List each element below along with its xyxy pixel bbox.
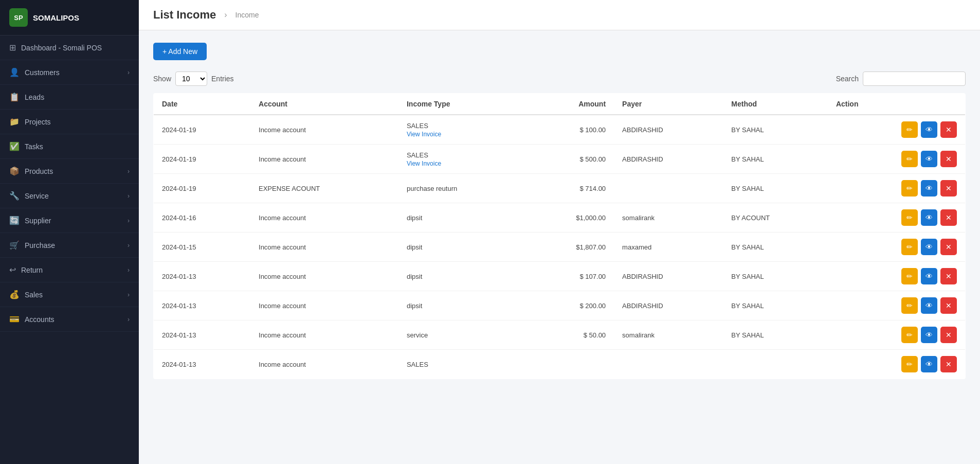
- sidebar-item-projects[interactable]: 📁 Projects: [0, 110, 139, 134]
- view-button-3[interactable]: 👁: [921, 209, 937, 226]
- tasks-icon: ✅: [9, 141, 20, 151]
- sidebar-label-products: Products: [25, 167, 53, 175]
- cell-method-2: BY SAHAL: [723, 174, 828, 203]
- income-type-text-5: dipsit: [407, 273, 518, 280]
- cell-income-type-4: dipsit: [398, 233, 526, 262]
- edit-button-7[interactable]: ✏: [901, 327, 918, 343]
- cell-action-1: ✏ 👁 ✕: [828, 145, 966, 174]
- view-button-0[interactable]: 👁: [921, 121, 937, 138]
- view-button-1[interactable]: 👁: [921, 151, 937, 167]
- edit-button-8[interactable]: ✏: [901, 356, 918, 372]
- cell-date-2: 2024-01-19: [154, 174, 251, 203]
- view-button-2[interactable]: 👁: [921, 180, 937, 197]
- service-icon: 🔧: [9, 191, 20, 201]
- view-invoice-link-0[interactable]: View Invoice: [407, 131, 518, 138]
- cell-amount-5: $ 107.00: [526, 262, 614, 291]
- cell-account-5: Income account: [250, 262, 398, 291]
- table-controls: Show 102550100 Entries Search: [153, 72, 966, 86]
- sidebar-item-service[interactable]: 🔧 Service ›: [0, 184, 139, 208]
- breadcrumb-item: Income: [235, 11, 259, 19]
- view-button-7[interactable]: 👁: [921, 327, 937, 343]
- purchase-icon: 🛒: [9, 240, 20, 250]
- sidebar-label-purchase: Purchase: [25, 241, 55, 249]
- sidebar-item-customers[interactable]: 👤 Customers ›: [0, 60, 139, 85]
- edit-button-2[interactable]: ✏: [901, 180, 918, 197]
- sidebar-item-sales[interactable]: 💰 Sales ›: [0, 282, 139, 307]
- sales-icon: 💰: [9, 290, 20, 299]
- sidebar-item-purchase[interactable]: 🛒 Purchase ›: [0, 233, 139, 258]
- chevron-icon-supplier: ›: [128, 217, 130, 224]
- view-invoice-link-1[interactable]: View Invoice: [407, 160, 518, 167]
- table-row: 2024-01-19 EXPENSE ACOUNT purchase reutu…: [154, 174, 966, 203]
- cell-method-3: BY ACOUNT: [723, 203, 828, 233]
- chevron-icon-customers: ›: [128, 69, 130, 76]
- cell-payer-0: ABDIRASHID: [614, 115, 723, 145]
- view-button-8[interactable]: 👁: [921, 356, 937, 372]
- cell-amount-0: $ 100.00: [526, 115, 614, 145]
- edit-button-3[interactable]: ✏: [901, 209, 918, 226]
- table-body: 2024-01-19 Income account SALES View Inv…: [154, 115, 966, 379]
- cell-payer-5: ABDIRASHID: [614, 262, 723, 291]
- cell-date-7: 2024-01-13: [154, 320, 251, 350]
- entries-select[interactable]: 102550100: [175, 72, 207, 86]
- income-type-text-2: purchase reuturn: [407, 185, 518, 192]
- chevron-icon-purchase: ›: [128, 242, 130, 249]
- breadcrumb-separator: ›: [224, 10, 227, 20]
- edit-button-4[interactable]: ✏: [901, 239, 918, 255]
- delete-button-4[interactable]: ✕: [940, 239, 957, 255]
- delete-button-8[interactable]: ✕: [940, 356, 957, 372]
- sidebar-item-supplier[interactable]: 🔄 Supplier ›: [0, 208, 139, 233]
- cell-payer-1: ABDIRASHID: [614, 145, 723, 174]
- sidebar-item-dashboard[interactable]: ⊞ Dashboard - Somali POS: [0, 35, 139, 60]
- table-header-row: DateAccountIncome TypeAmountPayerMethodA…: [154, 94, 966, 115]
- view-button-4[interactable]: 👁: [921, 239, 937, 255]
- sidebar-item-leads[interactable]: 📋 Leads: [0, 85, 139, 110]
- search-input[interactable]: [863, 72, 966, 86]
- show-entries: Show 102550100 Entries: [153, 72, 234, 86]
- cell-date-4: 2024-01-15: [154, 233, 251, 262]
- edit-button-0[interactable]: ✏: [901, 121, 918, 138]
- cell-action-3: ✏ 👁 ✕: [828, 203, 966, 233]
- view-button-6[interactable]: 👁: [921, 297, 937, 314]
- dashboard-icon: ⊞: [9, 43, 16, 52]
- delete-button-2[interactable]: ✕: [940, 180, 957, 197]
- edit-button-1[interactable]: ✏: [901, 151, 918, 167]
- sidebar-item-tasks[interactable]: ✅ Tasks: [0, 134, 139, 159]
- delete-button-7[interactable]: ✕: [940, 327, 957, 343]
- add-new-button[interactable]: + Add New: [153, 43, 207, 60]
- leads-icon: 📋: [9, 92, 20, 102]
- cell-date-6: 2024-01-13: [154, 291, 251, 320]
- delete-button-3[interactable]: ✕: [940, 209, 957, 226]
- edit-button-6[interactable]: ✏: [901, 297, 918, 314]
- cell-date-0: 2024-01-19: [154, 115, 251, 145]
- sidebar-label-tasks: Tasks: [25, 142, 43, 151]
- sidebar-label-sales: Sales: [25, 291, 43, 299]
- cell-amount-4: $1,807.00: [526, 233, 614, 262]
- view-button-5[interactable]: 👁: [921, 268, 937, 284]
- cell-income-type-5: dipsit: [398, 262, 526, 291]
- sidebar-item-accounts[interactable]: 💳 Accounts ›: [0, 307, 139, 332]
- table-row: 2024-01-13 Income account service $ 50.0…: [154, 320, 966, 350]
- cell-account-1: Income account: [250, 145, 398, 174]
- income-type-text-6: dipsit: [407, 302, 518, 310]
- cell-action-8: ✏ 👁 ✕: [828, 350, 966, 379]
- delete-button-0[interactable]: ✕: [940, 121, 957, 138]
- delete-button-1[interactable]: ✕: [940, 151, 957, 167]
- delete-button-5[interactable]: ✕: [940, 268, 957, 284]
- sidebar-item-return[interactable]: ↩ Return ›: [0, 258, 139, 282]
- sidebar-item-products[interactable]: 📦 Products ›: [0, 159, 139, 184]
- app-name: SOMALIPOS: [33, 13, 79, 22]
- products-icon: 📦: [9, 166, 20, 176]
- table-row: 2024-01-13 Income account dipsit $ 107.0…: [154, 262, 966, 291]
- cell-income-type-6: dipsit: [398, 291, 526, 320]
- cell-payer-7: somalirank: [614, 320, 723, 350]
- table-row: 2024-01-16 Income account dipsit $1,000.…: [154, 203, 966, 233]
- sidebar-label-supplier: Supplier: [25, 217, 51, 225]
- cell-income-type-0: SALES View Invoice: [398, 115, 526, 145]
- income-type-text-4: dipsit: [407, 243, 518, 251]
- sidebar-label-dashboard: Dashboard - Somali POS: [21, 44, 102, 52]
- cell-amount-1: $ 500.00: [526, 145, 614, 174]
- delete-button-6[interactable]: ✕: [940, 297, 957, 314]
- edit-button-5[interactable]: ✏: [901, 268, 918, 284]
- chevron-icon-sales: ›: [128, 291, 130, 298]
